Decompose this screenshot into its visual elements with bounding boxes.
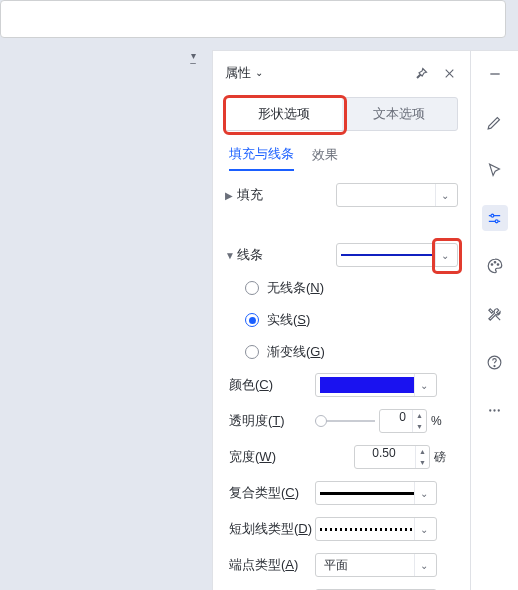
fill-selector[interactable]: ⌄ — [336, 183, 458, 207]
opacity-label: 透明度(T) — [225, 412, 315, 430]
tab-text-label: 文本选项 — [373, 105, 425, 123]
fill-section-header[interactable]: ▶ 填充 ⌄ — [225, 183, 458, 207]
dash-preview — [320, 528, 414, 531]
radio-icon — [245, 281, 259, 295]
width-unit: 磅 — [434, 449, 458, 466]
radio-solid-line-label: 实线(S) — [267, 311, 310, 329]
svg-point-1 — [495, 219, 498, 222]
width-value: 0.50 — [372, 446, 411, 460]
radio-gradient-line[interactable]: 渐变线(G) — [245, 343, 458, 361]
radio-no-line-label: 无线条(N) — [267, 279, 324, 297]
chevron-down-icon: ⌄ — [414, 374, 432, 396]
dash-selector[interactable]: ⌄ — [315, 517, 437, 541]
panel-title-text: 属性 — [225, 64, 251, 82]
svg-point-6 — [494, 365, 495, 366]
svg-point-0 — [491, 214, 494, 217]
line-preview — [341, 254, 435, 256]
svg-point-7 — [489, 409, 491, 411]
minus-icon[interactable] — [482, 61, 508, 87]
triangle-down-icon: ▼ — [225, 250, 237, 261]
tab-text-options[interactable]: 文本选项 — [342, 98, 458, 130]
svg-point-9 — [498, 409, 500, 411]
spin-down-icon[interactable]: ▼ — [416, 457, 429, 468]
spin-down-icon[interactable]: ▼ — [413, 421, 426, 432]
spin-up-icon[interactable]: ▲ — [413, 410, 426, 421]
line-section-header[interactable]: ▼ 线条 ⌄ — [225, 243, 458, 267]
canvas-area: ▾– — [0, 0, 200, 590]
color-selector[interactable]: ⌄ — [315, 373, 437, 397]
svg-point-8 — [493, 409, 495, 411]
chevron-down-icon: ⌄ — [435, 184, 453, 206]
compound-preview — [320, 492, 414, 495]
subtab-effects[interactable]: 效果 — [312, 140, 338, 170]
close-icon[interactable] — [440, 64, 458, 82]
opacity-input[interactable]: 0 ▲▼ — [379, 409, 427, 433]
svg-point-3 — [494, 262, 496, 264]
cap-selector[interactable]: 平面 ⌄ — [315, 553, 437, 577]
slider-thumb[interactable] — [315, 415, 327, 427]
pencil-icon[interactable] — [482, 109, 508, 135]
width-label: 宽度(W) — [225, 448, 315, 466]
chevron-down-icon: ⌄ — [435, 244, 453, 266]
right-toolbar — [470, 50, 518, 590]
panel-title[interactable]: 属性 ⌄ — [225, 64, 263, 82]
line-style-selector[interactable]: ⌄ — [336, 243, 458, 267]
spin-up-icon[interactable]: ▲ — [416, 446, 429, 457]
panel-collapse-handle[interactable]: ▾– — [186, 52, 200, 66]
chevron-down-icon: ⌄ — [414, 554, 432, 576]
main-tabs: 形状选项 文本选项 — [225, 97, 458, 131]
color-swatch — [320, 377, 414, 393]
subtab-fill-line[interactable]: 填充与线条 — [229, 139, 294, 171]
color-label: 颜色(C) — [225, 376, 315, 394]
opacity-slider[interactable] — [315, 420, 375, 422]
chevron-down-icon: ⌄ — [255, 67, 263, 78]
cursor-icon[interactable] — [482, 157, 508, 183]
line-type-radios: 无线条(N) 实线(S) 渐变线(G) — [245, 279, 458, 361]
dash-label: 短划线类型(D) — [225, 520, 315, 538]
pin-icon[interactable] — [412, 64, 430, 82]
radio-no-line[interactable]: 无线条(N) — [245, 279, 458, 297]
document-viewport[interactable] — [0, 0, 506, 38]
radio-icon-checked — [245, 313, 259, 327]
compound-label: 复合类型(C) — [225, 484, 315, 502]
fill-label: 填充 — [237, 186, 336, 204]
width-input[interactable]: 0.50 ▲▼ — [354, 445, 430, 469]
sub-tabs: 填充与线条 效果 — [225, 139, 458, 171]
radio-icon — [245, 345, 259, 359]
radio-gradient-line-label: 渐变线(G) — [267, 343, 325, 361]
tab-shape-options[interactable]: 形状选项 — [226, 98, 342, 130]
svg-point-4 — [497, 264, 499, 266]
radio-solid-line[interactable]: 实线(S) — [245, 311, 458, 329]
more-icon[interactable] — [482, 397, 508, 423]
tab-shape-label: 形状选项 — [258, 105, 310, 123]
properties-panel: 属性 ⌄ 形状选项 文本选项 填充与线条 效果 ▶ 填充 ⌄ ▼ 线条 — [212, 50, 470, 590]
compound-selector[interactable]: ⌄ — [315, 481, 437, 505]
palette-icon[interactable] — [482, 253, 508, 279]
chevron-down-icon: ⌄ — [414, 482, 432, 504]
tools-icon[interactable] — [482, 301, 508, 327]
opacity-unit: % — [431, 414, 442, 428]
svg-point-2 — [491, 264, 493, 266]
triangle-right-icon: ▶ — [225, 190, 237, 201]
line-label: 线条 — [237, 246, 336, 264]
cap-value: 平面 — [320, 557, 414, 574]
sliders-icon[interactable] — [482, 205, 508, 231]
cap-label: 端点类型(A) — [225, 556, 315, 574]
help-icon[interactable] — [482, 349, 508, 375]
chevron-down-icon: ⌄ — [414, 518, 432, 540]
